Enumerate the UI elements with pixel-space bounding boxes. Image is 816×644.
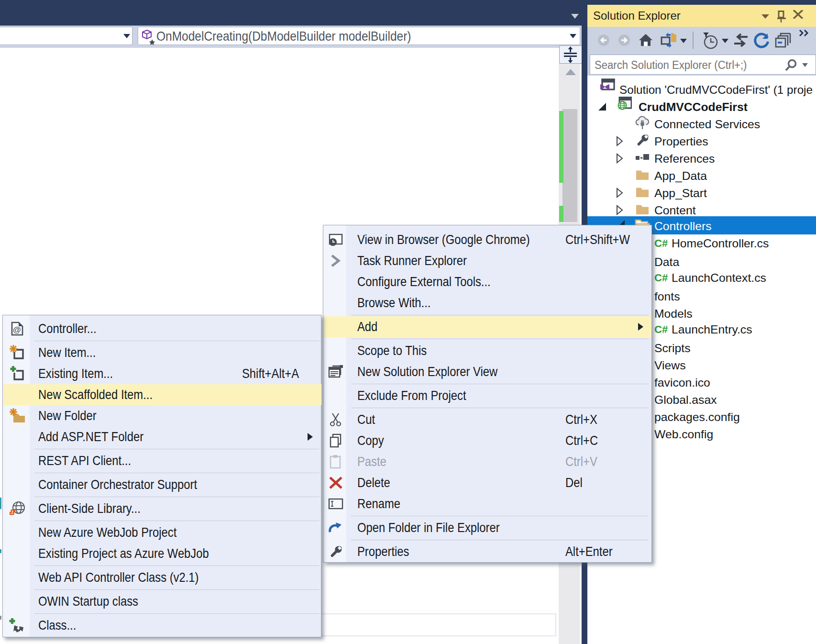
svg-text:@: @ [13,325,21,334]
